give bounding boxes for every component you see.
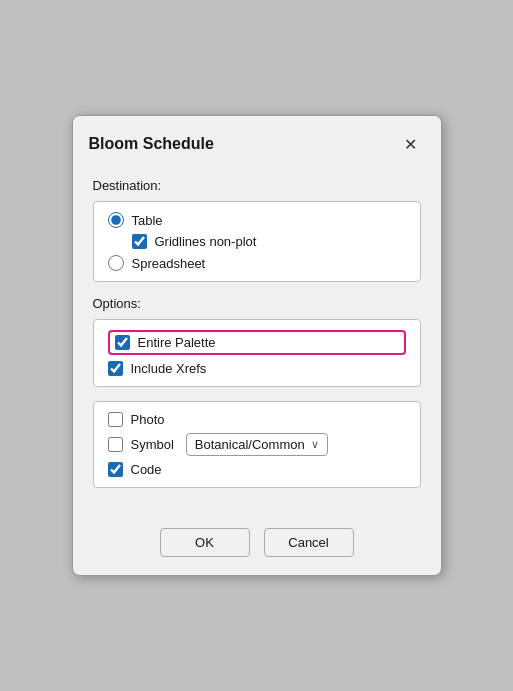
spreadsheet-radio[interactable] — [108, 255, 124, 271]
bottom-options-box: Photo Symbol Botanical/Common ∨ — [93, 401, 421, 488]
include-xrefs-checkbox[interactable] — [108, 361, 123, 376]
gridlines-checkbox-item[interactable]: Gridlines non-plot — [132, 234, 406, 249]
chevron-down-icon: ∨ — [311, 438, 319, 451]
code-checkbox[interactable] — [108, 462, 123, 477]
symbol-row: Symbol Botanical/Common ∨ — [108, 433, 406, 456]
destination-label: Destination: — [93, 178, 421, 193]
entire-palette-label: Entire Palette — [138, 335, 216, 350]
entire-palette-checkbox-item[interactable]: Entire Palette — [108, 330, 406, 355]
code-checkbox-item[interactable]: Code — [108, 462, 406, 477]
symbol-checkbox-item[interactable]: Symbol — [108, 437, 174, 452]
photo-label: Photo — [131, 412, 165, 427]
include-xrefs-checkbox-item[interactable]: Include Xrefs — [108, 361, 406, 376]
symbol-label: Symbol — [131, 437, 174, 452]
spreadsheet-radio-item[interactable]: Spreadsheet — [108, 255, 406, 271]
spreadsheet-label: Spreadsheet — [132, 256, 206, 271]
close-button[interactable]: ✕ — [397, 130, 425, 158]
title-bar: Bloom Schedule ✕ — [73, 116, 441, 168]
gridlines-checkbox[interactable] — [132, 234, 147, 249]
dropdown-value: Botanical/Common — [195, 437, 305, 452]
destination-box: Table Gridlines non-plot Spreadsheet — [93, 201, 421, 282]
destination-section: Destination: Table Gridlines non-plot Sp… — [93, 178, 421, 282]
symbol-checkbox[interactable] — [108, 437, 123, 452]
options-section: Options: Entire Palette Include Xrefs — [93, 296, 421, 488]
photo-checkbox[interactable] — [108, 412, 123, 427]
photo-checkbox-item[interactable]: Photo — [108, 412, 406, 427]
options-label: Options: — [93, 296, 421, 311]
table-radio[interactable] — [108, 212, 124, 228]
options-box: Entire Palette Include Xrefs — [93, 319, 421, 387]
dialog-title: Bloom Schedule — [89, 135, 214, 153]
gridlines-label: Gridlines non-plot — [155, 234, 257, 249]
entire-palette-checkbox[interactable] — [115, 335, 130, 350]
dialog-footer: OK Cancel — [73, 518, 441, 575]
table-radio-item[interactable]: Table — [108, 212, 406, 228]
include-xrefs-label: Include Xrefs — [131, 361, 207, 376]
dialog-body: Destination: Table Gridlines non-plot Sp… — [73, 168, 441, 518]
table-label: Table — [132, 213, 163, 228]
cancel-button[interactable]: Cancel — [264, 528, 354, 557]
bloom-schedule-dialog: Bloom Schedule ✕ Destination: Table Grid… — [72, 115, 442, 576]
ok-button[interactable]: OK — [160, 528, 250, 557]
code-label: Code — [131, 462, 162, 477]
botanical-dropdown[interactable]: Botanical/Common ∨ — [186, 433, 328, 456]
